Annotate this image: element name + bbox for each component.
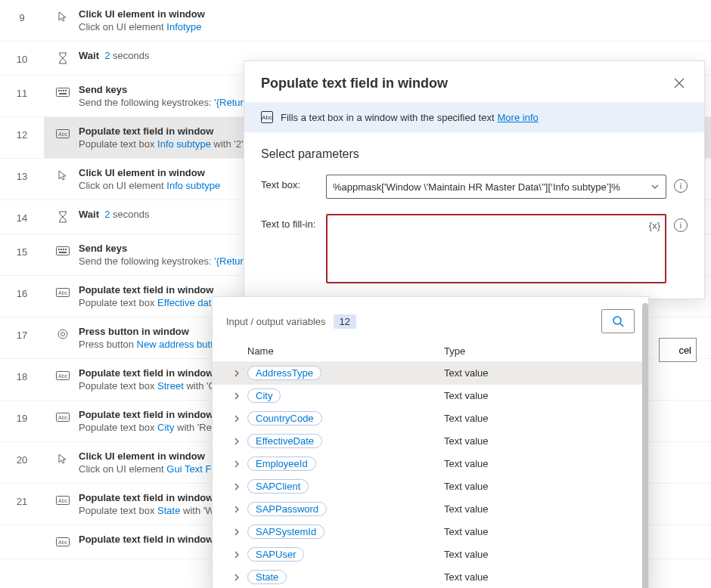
step-title: Click UI element in window bbox=[79, 8, 205, 20]
variable-name-pill[interactable]: State bbox=[247, 570, 287, 584]
step-description: Populate text box Effective date bbox=[79, 297, 217, 308]
step-title: Click UI element in window bbox=[79, 450, 221, 462]
abc-icon: Abc bbox=[54, 409, 71, 426]
abc-icon: Abc bbox=[54, 534, 71, 550]
svg-rect-8 bbox=[57, 247, 70, 255]
action-settings-dialog: Populate text field in window Abc Fills … bbox=[244, 60, 705, 299]
step-number: 20 bbox=[0, 442, 44, 466]
variable-name-pill[interactable]: City bbox=[247, 388, 281, 403]
variable-name-pill[interactable]: EmployeeId bbox=[247, 456, 316, 471]
step-number: 11 bbox=[0, 76, 44, 99]
step-description: Send the following keystrokes: '{Return}… bbox=[79, 255, 254, 267]
chevron-right-icon[interactable] bbox=[226, 415, 247, 422]
variable-row[interactable]: EffectiveDateText value bbox=[213, 430, 648, 453]
button-icon bbox=[54, 326, 71, 342]
chevron-right-icon[interactable] bbox=[226, 483, 247, 491]
variable-row[interactable]: SAPClientText value bbox=[213, 475, 648, 498]
step-title: Populate text field in window bbox=[79, 534, 213, 545]
cursor-icon bbox=[54, 450, 71, 467]
chevron-right-icon[interactable] bbox=[226, 574, 247, 581]
info-icon[interactable]: i bbox=[674, 179, 688, 193]
search-button[interactable] bbox=[601, 309, 635, 333]
svg-rect-0 bbox=[57, 88, 70, 97]
vars-header-label: Input / output variables bbox=[226, 316, 326, 327]
svg-rect-10 bbox=[61, 249, 62, 250]
close-icon bbox=[674, 78, 685, 88]
step-title: Populate text field in window bbox=[79, 284, 217, 296]
step-title: Send keys bbox=[79, 243, 254, 254]
variable-name-pill[interactable]: SAPUser bbox=[247, 547, 304, 562]
more-info-link[interactable]: More info bbox=[498, 112, 539, 123]
flow-step[interactable]: Click UI element in windowClick on UI el… bbox=[44, 0, 711, 41]
keyboard-icon bbox=[54, 84, 71, 101]
step-number: 16 bbox=[0, 276, 44, 299]
step-title: Wait 2 seconds bbox=[79, 209, 149, 220]
chevron-right-icon[interactable] bbox=[226, 506, 247, 513]
variable-type: Text value bbox=[444, 549, 489, 560]
variable-type: Text value bbox=[444, 481, 489, 492]
variable-row[interactable]: SAPPasswordText value bbox=[213, 498, 648, 521]
svg-rect-12 bbox=[65, 249, 67, 250]
step-description: Populate text box City with 'Redr bbox=[79, 422, 220, 433]
variable-name-pill[interactable]: SAPSystemId bbox=[247, 525, 324, 539]
svg-point-26 bbox=[613, 317, 621, 324]
step-title: Send keys bbox=[79, 84, 254, 95]
variable-row[interactable]: SAPUserText value bbox=[213, 543, 648, 566]
chevron-right-icon[interactable] bbox=[226, 370, 247, 377]
step-number: 19 bbox=[0, 401, 44, 424]
chevron-right-icon[interactable] bbox=[226, 551, 247, 559]
svg-text:Abc: Abc bbox=[58, 132, 68, 137]
step-number: 12 bbox=[0, 117, 44, 141]
text-to-fill-input[interactable]: {x} bbox=[326, 214, 666, 283]
svg-rect-3 bbox=[63, 90, 64, 91]
col-type: Type bbox=[444, 345, 465, 357]
svg-rect-4 bbox=[65, 90, 67, 91]
info-icon[interactable]: i bbox=[674, 218, 688, 232]
step-description: Populate text box Street with 'Or bbox=[79, 380, 219, 391]
scrollbar[interactable] bbox=[642, 303, 648, 588]
variable-row[interactable]: AddressTypeText value bbox=[213, 362, 648, 385]
variable-type: Text value bbox=[444, 413, 489, 424]
variable-name-pill[interactable]: EffectiveDate bbox=[247, 434, 322, 448]
svg-rect-1 bbox=[58, 90, 60, 91]
chevron-right-icon[interactable] bbox=[226, 460, 247, 468]
variable-name-pill[interactable]: SAPPassword bbox=[247, 502, 327, 516]
svg-rect-11 bbox=[63, 249, 64, 250]
step-description: Click on UI element Gui Text Fiel bbox=[79, 463, 221, 475]
variable-row[interactable]: StateText value bbox=[213, 566, 648, 588]
variable-row[interactable]: CountryCodeText value bbox=[213, 407, 648, 430]
dialog-info-bar: Abc Fills a text box in a window with th… bbox=[244, 102, 704, 132]
abc-icon: Abc bbox=[54, 284, 71, 301]
svg-text:Abc: Abc bbox=[58, 415, 68, 420]
step-description: Click on UI element Info subtype bbox=[79, 180, 220, 191]
chevron-right-icon[interactable] bbox=[226, 438, 247, 445]
svg-rect-13 bbox=[59, 252, 67, 253]
svg-rect-9 bbox=[58, 249, 60, 250]
vars-column-header: Name Type bbox=[213, 341, 648, 362]
variable-row[interactable]: CityText value bbox=[213, 385, 648, 407]
vars-count-badge: 12 bbox=[334, 314, 356, 329]
step-title: Click UI element in window bbox=[79, 167, 220, 178]
close-button[interactable] bbox=[671, 75, 688, 91]
insert-variable-button[interactable]: {x} bbox=[649, 220, 660, 231]
cursor-icon bbox=[54, 8, 71, 25]
variable-type: Text value bbox=[444, 503, 489, 515]
step-description: Press button New address butto bbox=[79, 339, 219, 350]
step-number: 17 bbox=[0, 317, 44, 341]
textbox-value: %appmask['Window \'Maintain HR Master Da… bbox=[333, 181, 643, 193]
variable-name-pill[interactable]: AddressType bbox=[247, 366, 321, 380]
chevron-right-icon[interactable] bbox=[226, 392, 247, 400]
step-title: Populate text field in window bbox=[79, 367, 219, 379]
cancel-button[interactable]: cel bbox=[659, 338, 697, 362]
variable-row[interactable]: EmployeeIdText value bbox=[213, 453, 648, 475]
abc-icon: Abc bbox=[54, 125, 71, 142]
variable-name-pill[interactable]: CountryCode bbox=[247, 411, 322, 426]
step-title: Populate text field in window bbox=[79, 492, 221, 503]
textbox-selector[interactable]: %appmask['Window \'Maintain HR Master Da… bbox=[326, 175, 666, 199]
variable-row[interactable]: SAPSystemIdText value bbox=[213, 521, 648, 543]
textbox-label: Text box: bbox=[261, 175, 326, 190]
variable-name-pill[interactable]: SAPClient bbox=[247, 479, 309, 494]
chevron-right-icon[interactable] bbox=[226, 528, 247, 536]
step-description: Send the following keystrokes: '{Return}… bbox=[79, 97, 254, 108]
col-name: Name bbox=[247, 345, 444, 357]
